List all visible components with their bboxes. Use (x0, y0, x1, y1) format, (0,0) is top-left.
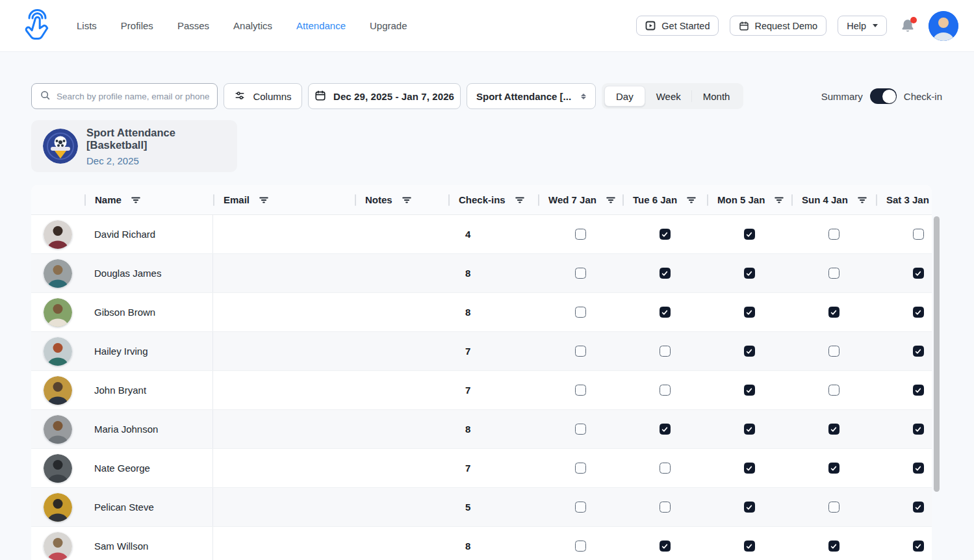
profile-avatar[interactable] (44, 493, 72, 522)
attendance-checkbox-wed-7-jan[interactable] (575, 541, 586, 552)
profile-name[interactable]: Pelican Steve (84, 488, 213, 526)
attendance-checkbox-sun-4-jan[interactable] (828, 229, 839, 240)
attendance-checkbox-sat-3-jan[interactable] (913, 229, 924, 240)
attendance-checkbox-wed-7-jan[interactable] (575, 346, 586, 357)
profile-avatar[interactable] (44, 298, 72, 327)
filter-icon[interactable] (686, 196, 697, 205)
column-header-notes[interactable]: Notes (355, 185, 448, 214)
nav-item-upgrade[interactable]: Upgrade (370, 20, 407, 31)
attendance-checkbox-mon-5-jan[interactable] (744, 229, 755, 240)
nav-item-passes[interactable]: Passes (177, 20, 209, 31)
attendance-checkbox-wed-7-jan[interactable] (575, 463, 586, 474)
nav-item-analytics[interactable]: Analytics (233, 20, 272, 31)
attendance-checkbox-mon-5-jan[interactable] (744, 385, 755, 396)
summary-checkin-switch[interactable] (870, 88, 897, 104)
profile-name[interactable]: Douglas James (84, 254, 213, 292)
profile-avatar[interactable] (44, 220, 72, 249)
nav-item-attendance[interactable]: Attendance (296, 20, 346, 31)
date-range-button[interactable]: Dec 29, 2025 - Jan 7, 2026 (308, 83, 461, 109)
view-option-month[interactable]: Month (692, 86, 741, 107)
attendance-checkbox-tue-6-jan[interactable] (660, 424, 671, 435)
attendance-checkbox-sat-3-jan[interactable] (913, 502, 924, 513)
attendance-checkbox-mon-5-jan[interactable] (744, 463, 755, 474)
filter-icon[interactable] (402, 196, 412, 205)
profile-name[interactable]: John Bryant (84, 371, 213, 409)
profile-avatar[interactable] (44, 532, 72, 560)
app-logo tap-hand-icon[interactable] (19, 8, 53, 44)
filter-icon[interactable] (774, 196, 784, 205)
attendance-checkbox-tue-6-jan[interactable] (660, 268, 671, 279)
get-started-button[interactable]: Get Started (636, 16, 719, 36)
columns-button[interactable]: Columns (224, 83, 302, 109)
column-header-sun-4-jan[interactable]: Sun 4 Jan (791, 185, 876, 214)
event-card[interactable]: Sport Attendance [Basketball] Dec 2, 202… (31, 120, 237, 172)
attendance-checkbox-sun-4-jan[interactable] (828, 424, 839, 435)
filter-icon[interactable] (606, 196, 616, 205)
attendance-checkbox-mon-5-jan[interactable] (744, 541, 755, 552)
attendance-checkbox-wed-7-jan[interactable] (575, 229, 586, 240)
profile-name[interactable]: Sam Willson (84, 527, 213, 560)
attendance-checkbox-wed-7-jan[interactable] (575, 268, 586, 279)
filter-icon[interactable] (259, 196, 269, 205)
attendance-checkbox-sun-4-jan[interactable] (828, 307, 839, 318)
user-avatar[interactable] (929, 11, 958, 41)
profile-avatar[interactable] (44, 259, 72, 288)
attendance-checkbox-sun-4-jan[interactable] (828, 502, 839, 513)
attendance-checkbox-sun-4-jan[interactable] (828, 346, 839, 357)
help-button[interactable]: Help (838, 16, 887, 36)
filter-icon[interactable] (857, 196, 867, 205)
attendance-checkbox-sun-4-jan[interactable] (828, 541, 839, 552)
attendance-checkbox-sun-4-jan[interactable] (828, 385, 839, 396)
profile-avatar[interactable] (44, 337, 72, 366)
attendance-checkbox-sat-3-jan[interactable] (913, 424, 924, 435)
column-header-wed-7-jan[interactable]: Wed 7 Jan (538, 185, 622, 214)
column-header-mon-5-jan[interactable]: Mon 5 Jan (707, 185, 791, 214)
attendance-checkbox-sat-3-jan[interactable] (913, 346, 924, 357)
attendance-checkbox-wed-7-jan[interactable] (575, 385, 586, 396)
attendance-checkbox-tue-6-jan[interactable] (660, 541, 671, 552)
attendance-checkbox-mon-5-jan[interactable] (744, 502, 755, 513)
profile-name[interactable]: Nate George (84, 449, 213, 487)
request-demo-button[interactable]: Request Demo (730, 16, 827, 36)
attendance-checkbox-tue-6-jan[interactable] (660, 346, 671, 357)
profile-name[interactable]: David Richard (84, 215, 213, 253)
attendance-checkbox-sat-3-jan[interactable] (913, 463, 924, 474)
attendance-checkbox-sat-3-jan[interactable] (913, 307, 924, 318)
event-select[interactable]: Sport Attendance [... (467, 83, 596, 109)
nav-item-profiles[interactable]: Profiles (121, 20, 153, 31)
column-header-email[interactable]: Email (213, 185, 355, 214)
attendance-checkbox-sun-4-jan[interactable] (828, 463, 839, 474)
profile-name[interactable]: Hailey Irving (84, 332, 213, 370)
attendance-checkbox-mon-5-jan[interactable] (744, 346, 755, 357)
attendance-checkbox-sun-4-jan[interactable] (828, 268, 839, 279)
nav-item-lists[interactable]: Lists (77, 20, 97, 31)
notifications-button[interactable] (899, 18, 916, 34)
column-header-tue-6-jan[interactable]: Tue 6 Jan (622, 185, 707, 214)
vertical-scrollbar[interactable] (934, 216, 940, 492)
attendance-checkbox-wed-7-jan[interactable] (575, 307, 586, 318)
profile-name[interactable]: Maria Johnson (84, 410, 213, 448)
attendance-checkbox-sat-3-jan[interactable] (913, 541, 924, 552)
attendance-checkbox-tue-6-jan[interactable] (660, 307, 671, 318)
attendance-checkbox-mon-5-jan[interactable] (744, 268, 755, 279)
attendance-checkbox-wed-7-jan[interactable] (575, 424, 586, 435)
attendance-checkbox-mon-5-jan[interactable] (744, 424, 755, 435)
profile-avatar[interactable] (44, 415, 72, 444)
attendance-checkbox-tue-6-jan[interactable] (660, 385, 671, 396)
column-header-name[interactable]: Name (84, 185, 213, 214)
attendance-checkbox-tue-6-jan[interactable] (660, 463, 671, 474)
attendance-checkbox-mon-5-jan[interactable] (744, 307, 755, 318)
attendance-checkbox-tue-6-jan[interactable] (660, 502, 671, 513)
profile-avatar[interactable] (44, 454, 72, 483)
filter-icon[interactable] (515, 196, 525, 205)
search-input[interactable] (57, 92, 209, 101)
view-option-day[interactable]: Day (604, 86, 645, 107)
column-header-checkins[interactable]: Check-ins (448, 185, 538, 214)
view-option-week[interactable]: Week (645, 86, 692, 107)
attendance-checkbox-sat-3-jan[interactable] (913, 385, 924, 396)
attendance-checkbox-tue-6-jan[interactable] (660, 229, 671, 240)
profile-name[interactable]: Gibson Brown (84, 293, 213, 331)
attendance-checkbox-sat-3-jan[interactable] (913, 268, 924, 279)
profile-avatar[interactable] (44, 376, 72, 405)
attendance-checkbox-wed-7-jan[interactable] (575, 502, 586, 513)
